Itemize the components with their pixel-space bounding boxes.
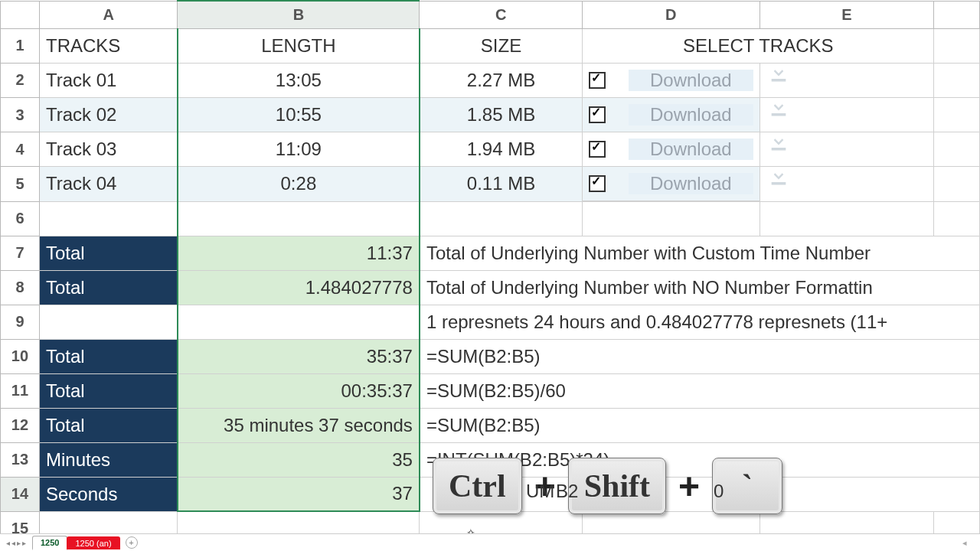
- row-10[interactable]: 10: [1, 339, 40, 373]
- formula-text[interactable]: =SUM(B2:B5): [420, 339, 980, 373]
- row-7[interactable]: 7: [1, 236, 40, 270]
- sheet-nav[interactable]: ◂ ◂ ▸ ▸: [0, 539, 32, 547]
- track-size[interactable]: 0.11 MB: [420, 167, 583, 202]
- col-C[interactable]: C: [420, 1, 583, 28]
- download-icon[interactable]: [760, 98, 934, 132]
- nav-prev-icon[interactable]: ◂: [11, 539, 15, 547]
- column-header-row: A B C D E: [1, 1, 980, 28]
- download-icon[interactable]: [760, 167, 934, 202]
- col-A[interactable]: A: [39, 1, 177, 28]
- col-D[interactable]: D: [583, 1, 760, 28]
- total-value[interactable]: 1.484027778: [178, 270, 420, 305]
- hdr-tracks[interactable]: TRACKS: [39, 28, 177, 63]
- row-8[interactable]: 8: [1, 270, 40, 305]
- row-13[interactable]: 13: [1, 442, 40, 477]
- checkbox-icon[interactable]: [589, 141, 606, 158]
- total-label[interactable]: Total: [39, 373, 177, 408]
- total-label[interactable]: Minutes: [39, 442, 177, 477]
- total-value[interactable]: 35: [178, 442, 420, 477]
- checkbox-icon[interactable]: [589, 72, 606, 89]
- total-value[interactable]: 35 minutes 37 seconds: [178, 408, 420, 442]
- row9-note[interactable]: 1 represnets 24 hours and 0.484027778 re…: [420, 305, 980, 339]
- row-11[interactable]: 11: [1, 373, 40, 408]
- col-B[interactable]: B: [178, 1, 420, 28]
- total-value[interactable]: 37: [178, 477, 420, 511]
- track-name[interactable]: Track 01: [39, 63, 177, 98]
- cell-blank[interactable]: [934, 28, 980, 63]
- track-length[interactable]: 10:55: [178, 98, 420, 132]
- row-12[interactable]: 12: [1, 408, 40, 442]
- download-link[interactable]: Download: [629, 139, 753, 160]
- total-value[interactable]: 00:35:37: [178, 373, 420, 408]
- hdr-select[interactable]: SELECT TRACKS: [583, 28, 934, 63]
- formula-frag: 0: [714, 481, 724, 502]
- track-cb-dl[interactable]: Download: [583, 132, 759, 167]
- formula-frag: UM: [526, 481, 554, 502]
- col-overflow: [934, 1, 980, 28]
- track-length[interactable]: 13:05: [178, 63, 420, 98]
- plus-icon: +: [678, 465, 700, 507]
- col-E[interactable]: E: [760, 1, 934, 28]
- download-link[interactable]: Download: [629, 173, 753, 194]
- total-value[interactable]: 35:37: [178, 339, 420, 373]
- track-size[interactable]: 1.94 MB: [420, 132, 583, 167]
- nav-last-icon[interactable]: ▸: [22, 539, 26, 547]
- nav-first-icon[interactable]: ◂: [6, 539, 10, 547]
- track-cb-dl[interactable]: Download: [583, 64, 759, 98]
- formula-text[interactable]: =SUM(B2:B5)/60: [420, 373, 980, 408]
- total-note[interactable]: Total of Underlying Number with Custom T…: [420, 236, 980, 270]
- sheet-tab-1[interactable]: 1250: [32, 536, 67, 550]
- row-3[interactable]: 3: [1, 98, 40, 132]
- row-6[interactable]: 6: [1, 201, 40, 236]
- download-icon[interactable]: [760, 63, 934, 98]
- checkbox-icon[interactable]: [589, 175, 606, 192]
- download-icon[interactable]: [760, 132, 934, 167]
- formula-text[interactable]: =SUM(B2:B5): [420, 408, 980, 442]
- sheet-tab-2[interactable]: 1250 (an): [67, 536, 119, 549]
- total-label[interactable]: Total: [39, 236, 177, 270]
- track-size[interactable]: 1.85 MB: [420, 98, 583, 132]
- total-label[interactable]: Total: [39, 408, 177, 442]
- row-1[interactable]: 1: [1, 28, 40, 63]
- hdr-length[interactable]: LENGTH: [178, 28, 420, 63]
- track-name[interactable]: Track 04: [39, 167, 177, 202]
- total-label[interactable]: Total: [39, 339, 177, 373]
- row-4[interactable]: 4: [1, 132, 40, 167]
- row-2[interactable]: 2: [1, 63, 40, 98]
- total-value[interactable]: 11:37: [178, 236, 420, 270]
- formula-frag: B2: [556, 481, 578, 502]
- track-length[interactable]: 11:09: [178, 132, 420, 167]
- new-sheet-button[interactable]: +: [126, 536, 138, 549]
- hscroll-left-icon[interactable]: ◂: [949, 538, 980, 548]
- sheet-tab-bar: ◂ ◂ ▸ ▸ 1250 1250 (an) + ◂: [0, 533, 980, 551]
- key-ctrl: Ctrl: [433, 458, 522, 514]
- track-size[interactable]: 2.27 MB: [420, 63, 583, 98]
- total-note[interactable]: Total of Underlying Number with NO Numbe…: [420, 270, 980, 305]
- track-name[interactable]: Track 03: [39, 132, 177, 167]
- select-all-corner[interactable]: [1, 1, 40, 28]
- hdr-size[interactable]: SIZE: [420, 28, 583, 63]
- row-14[interactable]: 14: [1, 477, 40, 511]
- keyboard-shortcut-overlay: Ctrl + Shift + `: [433, 458, 782, 514]
- track-length[interactable]: 0:28: [178, 167, 420, 202]
- track-cb-dl[interactable]: Download: [583, 98, 759, 132]
- download-link[interactable]: Download: [629, 104, 753, 126]
- nav-next-icon[interactable]: ▸: [17, 539, 21, 547]
- row-5[interactable]: 5: [1, 167, 40, 202]
- track-name[interactable]: Track 02: [39, 98, 177, 132]
- total-label[interactable]: Total: [39, 270, 177, 305]
- track-cb-dl[interactable]: Download: [583, 167, 759, 201]
- download-link[interactable]: Download: [629, 70, 753, 91]
- row-9[interactable]: 9: [1, 305, 40, 339]
- key-shift: Shift: [568, 458, 666, 514]
- checkbox-icon[interactable]: [589, 106, 606, 123]
- total-label[interactable]: Seconds: [39, 477, 177, 511]
